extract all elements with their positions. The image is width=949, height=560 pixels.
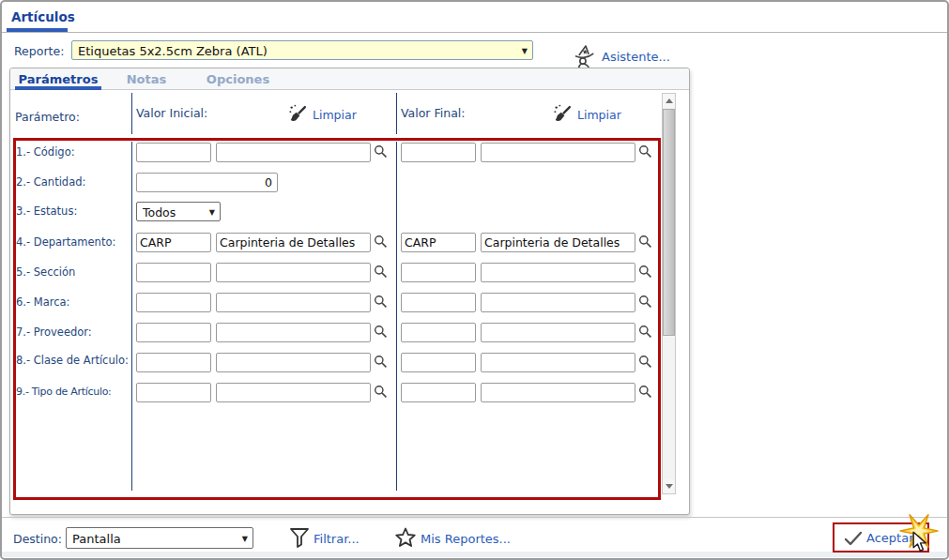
tipo-final-desc-input[interactable] [481,383,635,402]
codigo-initial-desc-input[interactable] [216,143,371,162]
clase-initial-desc-input[interactable] [216,353,371,372]
column-divider [131,93,132,134]
report-select[interactable]: Etiquetas 5x2.5cm Zebra (ATL) ▼ [71,40,533,60]
triangle-down-icon [666,484,673,489]
mis-reportes-link-label: Mis Reportes... [421,532,511,546]
marca-initial-code-input[interactable] [136,293,211,312]
search-icon[interactable] [638,295,652,309]
proveedor-initial-code-input[interactable] [136,323,211,342]
estatus-select[interactable]: Todos ▼ [136,202,221,221]
tab-notas[interactable]: Notas [112,72,181,86]
departamento-initial-code-input[interactable] [136,233,211,252]
search-icon[interactable] [374,325,388,339]
scroll-up-button[interactable] [663,94,675,108]
limpiar-inicial-label: Limpiar [313,108,357,122]
bottom-strip [2,552,947,557]
row-label-seccion: 5.- Sección [16,265,75,279]
panel-active-tab-underline [15,86,101,90]
footer-divider [2,517,947,518]
destino-select-value: Pantalla [72,531,121,545]
search-icon[interactable] [638,144,652,159]
parametro-header-label: Parámetro: [15,110,80,124]
destino-label: Destino: [13,532,62,546]
clase-initial-code-input[interactable] [136,353,211,372]
search-icon[interactable] [374,265,388,279]
proveedor-initial-desc-input[interactable] [216,323,371,342]
broom-icon [553,102,574,125]
clase-final-code-input[interactable] [401,353,476,372]
highlight-border [13,138,661,500]
search-icon[interactable] [638,235,652,249]
dropdown-arrow-icon: ▼ [242,534,248,542]
star-icon [394,526,417,549]
search-icon[interactable] [374,355,388,369]
dropdown-arrow-icon: ▼ [209,207,215,216]
panel-tab-bar: Parámetros Notas Opciones [10,68,689,90]
column-divider [131,142,132,491]
proveedor-final-desc-input[interactable] [481,323,635,342]
cantidad-input[interactable] [136,173,278,192]
search-icon[interactable] [374,235,388,249]
marca-final-code-input[interactable] [401,293,476,312]
scroll-down-button[interactable] [663,479,675,493]
limpiar-final-label: Limpiar [577,108,621,122]
valor-inicial-header-label: Valor Inicial: [136,106,207,120]
search-icon[interactable] [374,144,388,159]
mouse-cursor-icon [912,531,927,552]
search-icon[interactable] [638,265,652,279]
seccion-initial-code-input[interactable] [136,263,211,282]
tab-articulos[interactable]: Artículos [11,9,75,24]
check-icon [844,531,863,546]
search-icon[interactable] [374,385,388,399]
funnel-icon [289,525,310,550]
search-icon[interactable] [374,295,388,309]
report-select-value: Etiquetas 5x2.5cm Zebra (ATL) [78,43,268,57]
seccion-initial-desc-input[interactable] [216,263,371,282]
row-label-estatus: 3.- Estatus: [16,204,77,218]
vertical-scrollbar[interactable] [662,93,676,494]
departamento-final-desc-input[interactable] [481,233,635,252]
search-icon[interactable] [638,355,652,369]
row-label-departamento: 4.- Departamento: [16,235,115,249]
codigo-initial-code-input[interactable] [136,143,211,162]
proveedor-final-code-input[interactable] [401,323,476,342]
seccion-final-code-input[interactable] [401,263,476,282]
column-divider [396,93,397,134]
scrollbar-thumb[interactable] [663,109,675,336]
row-label-codigo: 1.- Código: [16,145,75,159]
assistant-link-label: Asistente... [602,50,670,64]
row-label-tipo-articulo: 9.- Tipo de Artículo: [16,386,111,398]
tipo-final-code-input[interactable] [401,383,476,402]
report-label: Reporte: [14,44,64,58]
filtrar-link-label: Filtrar... [314,532,360,546]
row-label-proveedor: 7.- Proveedor: [16,325,92,339]
seccion-final-desc-input[interactable] [481,263,635,282]
report-dialog-window: Artículos Reporte: Etiquetas 5x2.5cm Zeb… [0,0,949,560]
codigo-final-code-input[interactable] [401,143,476,162]
triangle-up-icon [666,98,673,103]
departamento-initial-desc-input[interactable] [216,233,371,252]
parameters-panel: Parámetros Notas Opciones Parámetro: Val… [9,68,690,515]
tipo-initial-code-input[interactable] [136,383,211,402]
tab-parametros[interactable]: Parámetros [15,72,101,86]
valor-final-header-label: Valor Final: [401,106,466,120]
search-icon[interactable] [638,325,652,339]
estatus-select-value: Todos [143,204,176,219]
row-label-clase-articulo: 8.- Clase de Artículo: [16,354,130,368]
tipo-initial-desc-input[interactable] [216,383,371,402]
row-label-cantidad: 2.- Cantidad: [16,175,85,189]
dropdown-arrow-icon: ▼ [522,46,528,54]
marca-final-desc-input[interactable] [481,293,635,312]
tab-opciones[interactable]: Opciones [191,72,284,86]
row-label-marca: 6.- Marca: [16,295,69,309]
departamento-final-code-input[interactable] [401,233,476,252]
column-divider [396,142,397,491]
marca-initial-desc-input[interactable] [216,293,371,312]
clase-final-desc-input[interactable] [481,353,635,372]
codigo-final-desc-input[interactable] [481,143,635,162]
top-divider [2,32,947,33]
broom-icon [288,102,309,125]
search-icon[interactable] [638,385,652,399]
destino-select[interactable]: Pantalla ▼ [66,527,253,549]
